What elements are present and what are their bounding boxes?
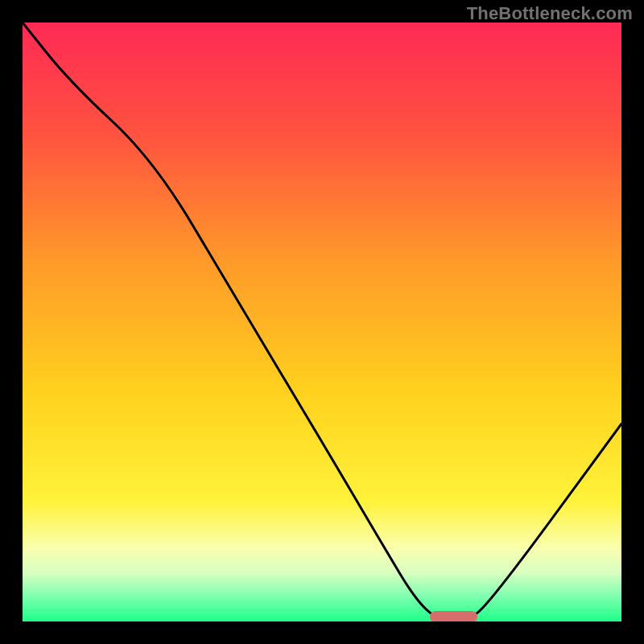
gradient-background — [23, 23, 621, 621]
watermark-text: TheBottleneck.com — [467, 3, 633, 24]
chart-frame: TheBottleneck.com — [0, 0, 644, 644]
plot-area — [23, 23, 621, 621]
optimal-marker — [430, 611, 478, 621]
